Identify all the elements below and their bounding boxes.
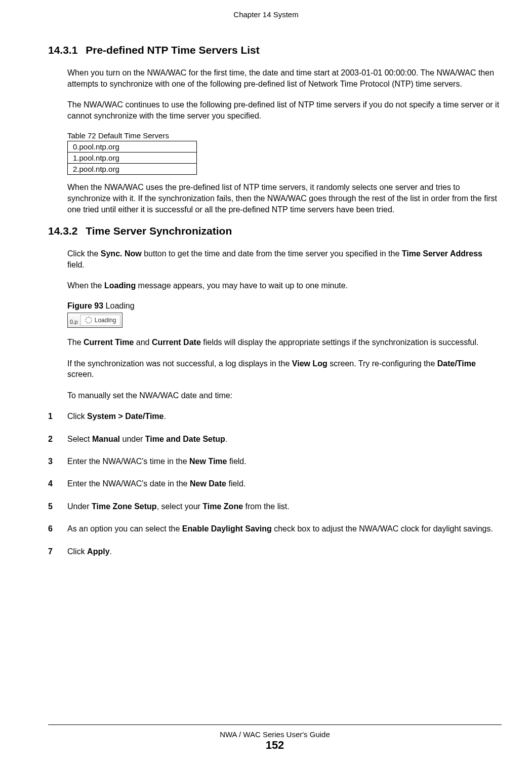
section-heading-14-3-1: 14.3.1 Pre-defined NTP Time Servers List <box>48 44 502 56</box>
table-row: 2.pool.ntp.org <box>68 164 197 175</box>
figure-caption: Figure 93 Loading <box>67 301 502 311</box>
table-cell: 0.pool.ntp.org <box>68 141 197 152</box>
loading-popup: Loading <box>80 315 121 326</box>
table-caption: Table 72 Default Time Servers <box>67 131 502 140</box>
section-number: 14.3.1 <box>48 44 77 56</box>
spinner-icon <box>85 317 92 324</box>
list-item: 4 Enter the NWA/WAC's date in the New Da… <box>48 478 502 489</box>
table-row: 1.pool.ntp.org <box>68 152 197 164</box>
list-item: 2 Select Manual under Time and Date Setu… <box>48 434 502 445</box>
loading-backdrop-text: 0.p <box>69 318 78 326</box>
footer-title: NWA / WAC Series User's Guide <box>48 730 502 739</box>
chapter-title: Chapter 14 System <box>233 10 298 19</box>
page-footer: NWA / WAC Series User's Guide 152 <box>48 724 502 752</box>
manual-steps-list: 1 Click System > Date/Time. 2 Select Man… <box>48 411 502 557</box>
list-item: 5 Under Time Zone Setup, select your Tim… <box>48 501 502 512</box>
list-item: 1 Click System > Date/Time. <box>48 411 502 422</box>
paragraph: Click the Sync. Now button to get the ti… <box>67 248 502 270</box>
list-item: 6 As an option you can select the Enable… <box>48 523 502 534</box>
section-title: Time Server Synchronization <box>86 225 232 237</box>
table-cell: 1.pool.ntp.org <box>68 152 197 164</box>
page-header: Chapter 14 System <box>0 0 532 34</box>
paragraph: When the NWA/WAC uses the pre-defined li… <box>67 182 502 215</box>
table-cell: 2.pool.ntp.org <box>68 164 197 175</box>
paragraph: If the synchronization was not successfu… <box>67 358 502 380</box>
page-number: 152 <box>48 739 502 752</box>
loading-text: Loading <box>95 317 116 324</box>
table-row: 0.pool.ntp.org <box>68 141 197 152</box>
list-item: 3 Enter the NWA/WAC's time in the New Ti… <box>48 456 502 467</box>
paragraph: The NWA/WAC continues to use the followi… <box>67 99 502 121</box>
list-item: 7 Click Apply. <box>48 546 502 557</box>
ntp-servers-table: 0.pool.ntp.org 1.pool.ntp.org 2.pool.ntp… <box>67 141 197 175</box>
section-number: 14.3.2 <box>48 225 77 237</box>
paragraph: When the Loading message appears, you ma… <box>67 280 502 291</box>
section-title: Pre-defined NTP Time Servers List <box>86 44 260 56</box>
paragraph: The Current Time and Current Date fields… <box>67 337 502 348</box>
section-heading-14-3-2: 14.3.2 Time Server Synchronization <box>48 225 502 237</box>
paragraph: To manually set the NWA/WAC date and tim… <box>67 390 502 401</box>
paragraph: When you turn on the NWA/WAC for the fir… <box>67 67 502 89</box>
loading-figure: 0.p Loading <box>67 313 122 328</box>
